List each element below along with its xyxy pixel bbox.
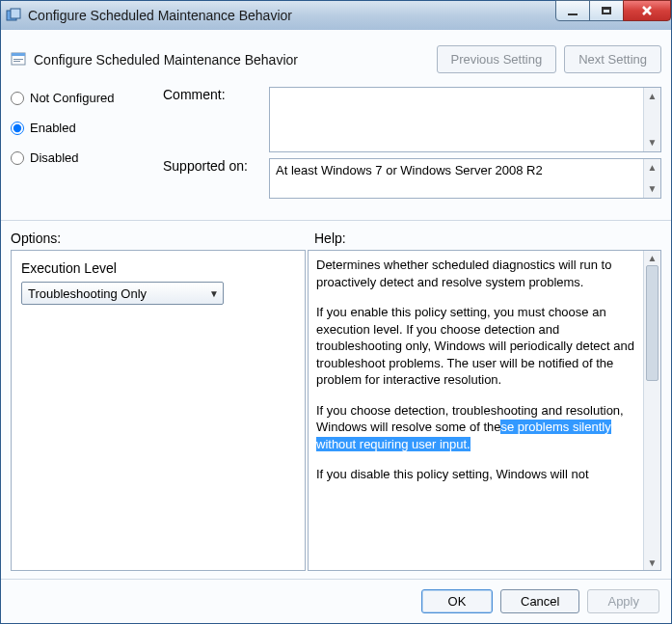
svg-rect-5: [13, 61, 20, 62]
spin-up-icon[interactable]: ▲: [648, 163, 658, 173]
minimize-icon: [568, 14, 578, 15]
radio-enabled[interactable]: Enabled: [11, 121, 163, 135]
supported-on-text: At least Windows 7 or Windows Server 200…: [270, 159, 660, 198]
radio-disabled-label: Disabled: [30, 150, 79, 165]
scroll-up-icon[interactable]: ▲: [648, 251, 658, 265]
help-paragraph: If you disable this policy setting, Wind…: [316, 466, 635, 483]
radio-not-configured-input[interactable]: [11, 92, 24, 105]
scroll-thumb[interactable]: [646, 265, 659, 381]
supported-spinner: ▲ ▼: [643, 159, 660, 198]
comment-textarea[interactable]: ▲ ▼: [269, 87, 661, 152]
spin-up-icon[interactable]: ▲: [648, 92, 658, 101]
dialog-title: Configure Scheduled Maintenance Behavior: [34, 52, 298, 68]
execution-level-label: Execution Level: [21, 260, 295, 276]
spin-down-icon[interactable]: ▼: [648, 184, 658, 194]
comment-text: [270, 88, 660, 151]
options-panel: Execution Level Troubleshooting Only ▼: [11, 250, 306, 571]
ok-button[interactable]: OK: [421, 589, 493, 613]
comment-spinner: ▲ ▼: [643, 88, 660, 151]
help-paragraph: If you enable this policy setting, you m…: [316, 304, 635, 389]
supported-label: Supported on:: [163, 158, 269, 199]
svg-rect-1: [11, 9, 20, 18]
help-label: Help:: [314, 231, 346, 246]
comment-label: Comment:: [163, 87, 269, 152]
svg-rect-3: [12, 53, 25, 56]
help-scrollbar[interactable]: ▲ ▼: [643, 251, 660, 570]
help-paragraph: Determines whether scheduled diagnostics…: [316, 257, 635, 290]
chevron-down-icon: ▼: [209, 288, 219, 299]
radio-not-configured-label: Not Configured: [30, 91, 114, 105]
radio-not-configured[interactable]: Not Configured: [11, 91, 163, 105]
close-button[interactable]: [623, 0, 671, 21]
supported-on-box: At least Windows 7 or Windows Server 200…: [269, 158, 661, 199]
dialog-icon: [11, 51, 28, 68]
titlebar[interactable]: Configure Scheduled Maintenance Behavior: [1, 1, 671, 30]
app-icon: [5, 7, 22, 24]
svg-rect-4: [13, 59, 23, 60]
divider: [1, 220, 671, 221]
spin-down-icon[interactable]: ▼: [648, 138, 658, 148]
radio-enabled-input[interactable]: [11, 122, 24, 135]
cancel-button[interactable]: Cancel: [500, 589, 579, 613]
previous-setting-button[interactable]: Previous Setting: [437, 45, 557, 73]
help-paragraph: If you choose detection, troubleshooting…: [316, 402, 635, 453]
close-icon: [640, 4, 654, 17]
help-panel: Determines whether scheduled diagnostics…: [308, 250, 661, 571]
policy-state-radios: Not Configured Enabled Disabled: [11, 87, 163, 204]
window-controls: [555, 1, 671, 30]
maximize-icon: [602, 7, 611, 14]
dialog-window: Configure Scheduled Maintenance Behavior: [0, 0, 672, 624]
maximize-button[interactable]: [589, 0, 624, 21]
help-text[interactable]: Determines whether scheduled diagnostics…: [309, 251, 643, 570]
scroll-track[interactable]: [644, 265, 660, 556]
options-label: Options:: [11, 231, 314, 246]
apply-button[interactable]: Apply: [587, 589, 659, 613]
next-setting-button[interactable]: Next Setting: [564, 45, 661, 73]
minimize-button[interactable]: [555, 0, 590, 21]
execution-level-value: Troubleshooting Only: [28, 286, 147, 301]
button-bar: OK Cancel Apply: [1, 579, 671, 623]
radio-disabled[interactable]: Disabled: [11, 150, 163, 165]
scroll-down-icon[interactable]: ▼: [648, 556, 658, 570]
window-title: Configure Scheduled Maintenance Behavior: [28, 8, 555, 23]
execution-level-dropdown[interactable]: Troubleshooting Only ▼: [21, 282, 224, 305]
radio-disabled-input[interactable]: [11, 151, 24, 165]
radio-enabled-label: Enabled: [30, 121, 76, 135]
